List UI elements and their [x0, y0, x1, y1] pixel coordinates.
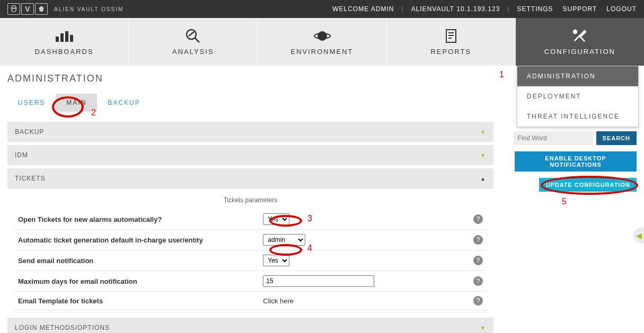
annotation-number-2: 2 — [91, 108, 96, 118]
nav-label: CONFIGURATION — [544, 48, 615, 56]
svg-rect-3 — [56, 37, 59, 42]
param-label: Maximum days for email notification — [15, 271, 260, 292]
nav-label: ANALYSIS — [172, 48, 214, 56]
brand-text: ALIEN VAULT OSSIM — [54, 6, 123, 12]
separator: | — [402, 5, 404, 13]
top-bar: V ALIEN VAULT OSSIM WELCOME ADMIN | ALIE… — [0, 0, 644, 18]
search-row: SEARCH — [514, 131, 637, 145]
document-icon — [440, 29, 462, 43]
accordion-header-backup[interactable]: BACKUP ▼ — [7, 122, 493, 142]
svg-line-16 — [575, 35, 580, 41]
alien-icon — [7, 3, 20, 15]
svg-line-8 — [195, 38, 199, 42]
accordion-header-idm[interactable]: IDM ▼ — [7, 145, 493, 165]
settings-link[interactable]: SETTINGS — [517, 5, 553, 13]
brand-logo: V ALIEN VAULT OSSIM — [7, 3, 123, 15]
nav-label: ENVIRONMENT — [290, 48, 353, 56]
accordion-header-login-methods[interactable]: LOGIN METHODS/OPTIONS ▼ — [7, 318, 493, 333]
tools-icon — [569, 29, 590, 43]
mask-icon — [35, 3, 48, 15]
nav-analysis[interactable]: ANALYSIS — [129, 18, 258, 66]
caret-down-icon: ▼ — [480, 129, 486, 135]
planet-icon — [312, 29, 333, 43]
help-icon[interactable]: ? — [473, 276, 483, 286]
caret-down-icon: ▼ — [480, 325, 486, 331]
annotation-number-1: 1 — [499, 70, 504, 79]
svg-line-17 — [579, 36, 585, 41]
accordion-header-tickets[interactable]: TICKETS ▲ — [7, 168, 493, 188]
logout-link[interactable]: LOGOUT — [606, 5, 637, 13]
search-button[interactable]: SEARCH — [596, 131, 637, 145]
subtab-users[interactable]: USERS — [7, 94, 56, 112]
help-icon[interactable]: ? — [473, 214, 483, 224]
svg-rect-4 — [60, 33, 64, 42]
nav-reports[interactable]: REPORTS — [387, 18, 516, 66]
nav-environment[interactable]: ENVIRONMENT — [258, 18, 386, 66]
submenu-deployment[interactable]: DEPLOYMENT — [517, 86, 638, 106]
nav-configuration[interactable]: CONFIGURATION — [516, 18, 644, 66]
v-icon: V — [21, 3, 34, 15]
svg-point-2 — [14, 8, 15, 9]
top-bar-links: WELCOME ADMIN | ALIENVAULT 10.1.193.123 … — [332, 5, 637, 13]
accordion-idm: IDM ▼ — [7, 145, 493, 165]
annotation-number-5: 5 — [562, 197, 567, 206]
tickets-params-table: Open Tickets for new alarms automaticall… — [15, 209, 486, 310]
open-tickets-select[interactable]: Yes No — [263, 213, 289, 225]
tickets-section-title: Tickets parameters — [15, 196, 486, 204]
max-days-input[interactable] — [263, 275, 374, 287]
help-icon[interactable]: ? — [473, 296, 483, 305]
param-label: Send email notification — [15, 250, 260, 271]
accordion-title: IDM — [15, 151, 28, 159]
separator: | — [507, 5, 509, 13]
send-email-select[interactable]: Yes No — [263, 255, 289, 266]
help-icon[interactable]: ? — [473, 256, 483, 265]
submenu-administration[interactable]: ADMINISTRATION — [517, 66, 638, 86]
param-label: Open Tickets for new alarms automaticall… — [15, 209, 260, 230]
main-nav: DASHBOARDS ANALYSIS ENVIRONMENT REPORTS … — [0, 18, 644, 66]
accordion-title: BACKUP — [15, 128, 44, 136]
email-template-link[interactable]: Click here — [263, 297, 294, 305]
enable-notifications-button[interactable]: ENABLE DESKTOP NOTIFICATIONS — [515, 151, 637, 172]
search-input[interactable] — [514, 131, 593, 145]
host-link[interactable]: ALIENVAULT 10.1.193.123 — [411, 5, 500, 13]
accordion-backup: BACKUP ▼ — [7, 122, 493, 142]
svg-rect-6 — [70, 35, 73, 42]
param-label: Automatic ticket generation default in-c… — [15, 230, 260, 250]
accordion-title: TICKETS — [15, 175, 46, 182]
svg-line-9 — [189, 32, 194, 36]
svg-point-18 — [574, 30, 577, 33]
configuration-submenu: ADMINISTRATION DEPLOYMENT THREAT INTELLI… — [517, 66, 639, 127]
nav-label: DASHBOARDS — [35, 48, 94, 56]
accordion-login-methods: LOGIN METHODS/OPTIONS ▼ — [7, 318, 493, 333]
magnifier-icon — [182, 29, 204, 43]
welcome-link[interactable]: WELCOME ADMIN — [332, 5, 394, 13]
subtab-backup[interactable]: BACKUP — [97, 94, 151, 112]
caret-up-icon: ▲ — [480, 176, 486, 182]
update-configuration-button[interactable]: UPDATE CONFIGURATION — [539, 178, 637, 192]
nav-dashboards[interactable]: DASHBOARDS — [0, 18, 129, 66]
annotation-number-4: 4 — [307, 244, 312, 253]
submenu-threat-intelligence[interactable]: THREAT INTELLIGENCE — [517, 106, 638, 127]
page-title: ADMINISTRATION — [7, 73, 493, 84]
subtabs: USERS MAIN BACKUP — [7, 94, 493, 112]
nav-label: REPORTS — [430, 48, 471, 56]
svg-point-1 — [12, 8, 13, 9]
accordion-tickets: TICKETS ▲ Tickets parameters Open Ticket… — [7, 168, 493, 314]
param-label: Email Template for tickets — [15, 292, 260, 310]
help-icon[interactable]: ? — [473, 235, 483, 245]
bar-chart-icon — [54, 29, 75, 43]
support-link[interactable]: SUPPORT — [563, 5, 597, 13]
accordion-title: LOGIN METHODS/OPTIONS — [15, 324, 110, 331]
svg-rect-5 — [65, 31, 68, 42]
caret-down-icon: ▼ — [480, 152, 486, 158]
accordion-body-tickets: Tickets parameters Open Tickets for new … — [7, 188, 493, 314]
auto-gen-user-select[interactable]: admin — [263, 234, 305, 246]
annotation-number-3: 3 — [307, 214, 312, 223]
